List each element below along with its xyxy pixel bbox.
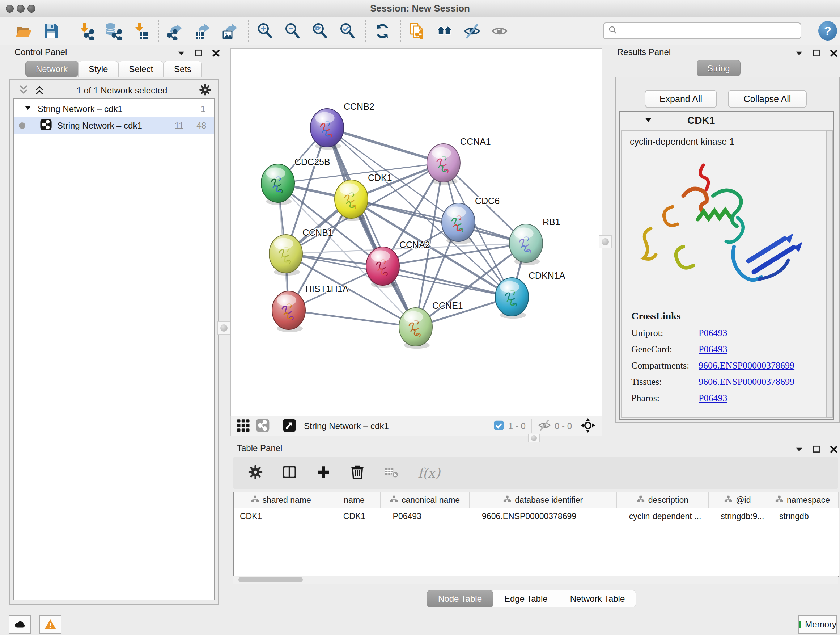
tab-style[interactable]: Style — [78, 61, 118, 77]
export-network-icon[interactable] — [165, 20, 186, 42]
table-hscrollbar[interactable] — [233, 576, 838, 584]
network-graph[interactable]: CCNB2CCNA1CDC25BCDK1CDC6RB1CCNB1CCNA2CDK… — [231, 49, 602, 416]
crosslink-link[interactable]: P06493 — [699, 393, 727, 404]
fit-crosshair-icon[interactable] — [580, 417, 596, 435]
add-column-icon[interactable] — [316, 464, 331, 481]
tab-select[interactable]: Select — [118, 61, 164, 77]
table-cell[interactable]: P06493 — [381, 511, 470, 521]
network-row[interactable]: String Network – cdk1 11 48 — [14, 117, 214, 134]
tab-network[interactable]: Network — [25, 61, 78, 77]
network-canvas[interactable]: CCNB2CCNA1CDC25BCDK1CDC6RB1CCNB1CCNA2CDK… — [231, 48, 602, 416]
first-neighbors-icon[interactable] — [434, 20, 455, 42]
crosslink-link[interactable]: 9606.ENSP00000378699 — [699, 360, 794, 371]
node-CDKN1A[interactable] — [495, 278, 529, 318]
cdk1-section-header[interactable]: CDK1 — [620, 111, 834, 130]
export-image-icon[interactable] — [220, 20, 241, 42]
column-header-description[interactable]: description — [617, 492, 708, 508]
expand-all-button[interactable]: Expand All — [645, 90, 717, 108]
results-tab-string[interactable]: String — [697, 60, 741, 76]
search-input[interactable] — [617, 25, 801, 36]
tab-edge-table[interactable]: Edge Table — [493, 590, 559, 608]
help-icon[interactable]: ? — [818, 21, 837, 41]
crosslink-link[interactable]: P06493 — [699, 344, 727, 355]
section-collapse-caret-icon[interactable] — [644, 116, 653, 126]
import-table-icon[interactable] — [130, 20, 151, 42]
column-header-canonical-name[interactable]: canonical name — [381, 492, 470, 508]
column-header-namespace[interactable]: namespace — [767, 492, 838, 508]
panel-menu-caret-icon[interactable] — [177, 49, 186, 59]
table-cell[interactable]: 9606.ENSP00000378699 — [470, 511, 617, 521]
node-CCNB1[interactable] — [269, 234, 302, 276]
tab-node-table[interactable]: Node Table — [427, 590, 493, 608]
right-splitter-handle[interactable] — [599, 235, 612, 249]
zoom-in-icon[interactable] — [255, 20, 276, 42]
node-HIST1H1A[interactable] — [272, 291, 305, 332]
birdseye-view-icon[interactable] — [282, 418, 297, 434]
edge-CCNB2-CCNE1[interactable] — [327, 128, 416, 327]
tab-network-table[interactable]: Network Table — [559, 590, 636, 608]
import-network-database-icon[interactable] — [103, 20, 124, 42]
node-CCNE1[interactable] — [399, 308, 432, 348]
table-row[interactable]: CDK1CDK1P064939606.ENSP00000378699cyclin… — [234, 508, 838, 524]
table-cell[interactable]: stringdb — [767, 511, 838, 521]
table-cell[interactable]: CDK1 — [234, 511, 328, 521]
tree-expand-caret-icon[interactable] — [24, 104, 32, 114]
panel-close-icon[interactable] — [211, 49, 221, 59]
left-splitter-handle[interactable] — [218, 321, 231, 334]
crosslink-link[interactable]: P06493 — [699, 328, 727, 339]
node-CCNA1[interactable] — [427, 144, 460, 185]
network-options-gear-icon[interactable] — [199, 84, 211, 97]
warning-button[interactable] — [39, 616, 62, 633]
node-CCNB2[interactable] — [310, 109, 344, 149]
network-collection-row[interactable]: String Network – cdk1 1 — [14, 101, 214, 117]
edge-CDK1-RB1[interactable] — [351, 199, 526, 243]
clone-network-icon[interactable] — [407, 20, 428, 42]
delete-column-icon[interactable] — [350, 464, 365, 481]
grid-view-icon[interactable] — [236, 418, 250, 434]
cloud-button[interactable] — [9, 616, 31, 633]
export-table-icon[interactable] — [193, 20, 213, 42]
collapse-all-chevron-icon[interactable] — [18, 84, 29, 97]
show-all-icon[interactable] — [489, 20, 510, 42]
zoom-selected-icon[interactable] — [337, 20, 358, 42]
results-scrollbar[interactable] — [826, 130, 833, 418]
import-network-icon[interactable] — [75, 20, 96, 42]
zoom-fit-icon[interactable] — [309, 20, 331, 42]
panel-close-icon[interactable] — [829, 49, 838, 59]
panel-float-icon[interactable] — [812, 49, 821, 59]
column-header-shared-name[interactable]: shared name — [234, 492, 328, 508]
table-cell[interactable]: cyclin-dependent ... — [617, 511, 708, 521]
collapse-all-button[interactable]: Collapse All — [728, 90, 807, 108]
panel-close-icon[interactable] — [829, 445, 838, 455]
crosslink-link[interactable]: 9606.ENSP00000378699 — [699, 377, 794, 387]
bottom-splitter-handle[interactable] — [528, 434, 540, 442]
table-cell[interactable]: stringdb:9... — [708, 511, 767, 521]
hidden-eye-icon[interactable] — [538, 419, 551, 433]
edge-CCNB2-CCNA1[interactable] — [327, 128, 444, 163]
selected-checkbox-icon[interactable] — [493, 420, 505, 432]
node-CDC25B[interactable] — [261, 164, 294, 205]
table-hscrollbar-thumb[interactable] — [238, 577, 303, 582]
hide-selected-icon[interactable] — [462, 20, 483, 42]
node-RB1[interactable] — [509, 224, 543, 265]
search-field[interactable] — [603, 22, 801, 39]
save-session-icon[interactable] — [41, 20, 62, 42]
memory-button[interactable]: Memory — [798, 616, 837, 633]
node-CCNA2[interactable] — [366, 247, 399, 288]
share-view-icon[interactable] — [256, 418, 270, 434]
tab-sets[interactable]: Sets — [164, 61, 202, 77]
panel-menu-caret-icon[interactable] — [794, 49, 804, 59]
table-cell[interactable]: CDK1 — [328, 511, 380, 521]
column-header-database-identifier[interactable]: database identifier — [470, 492, 617, 508]
panel-menu-caret-icon[interactable] — [794, 445, 804, 455]
show-columns-icon[interactable] — [282, 464, 297, 481]
expand-all-chevron-icon[interactable] — [34, 84, 45, 97]
column-header-name[interactable]: name — [328, 492, 381, 508]
table-options-gear-icon[interactable] — [248, 464, 263, 481]
panel-float-icon[interactable] — [194, 49, 203, 59]
zoom-out-icon[interactable] — [282, 20, 303, 42]
edge-HIST1H1A-CCNE1[interactable] — [289, 310, 416, 327]
column-header-@id[interactable]: @id — [709, 492, 767, 508]
open-session-icon[interactable] — [13, 20, 34, 42]
refresh-icon[interactable] — [372, 20, 393, 42]
